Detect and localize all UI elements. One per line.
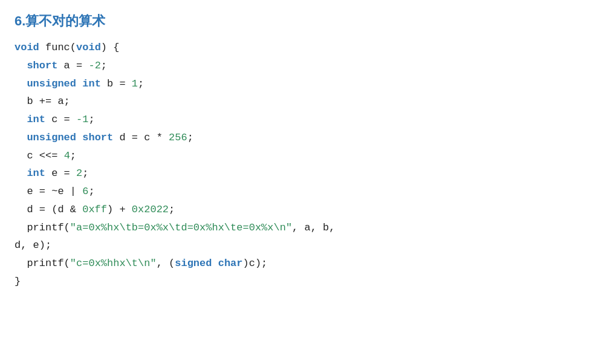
code-block: void func(void) { short a = -2; unsigned…: [15, 39, 575, 291]
page-title: 6.算不对的算术: [15, 12, 575, 30]
